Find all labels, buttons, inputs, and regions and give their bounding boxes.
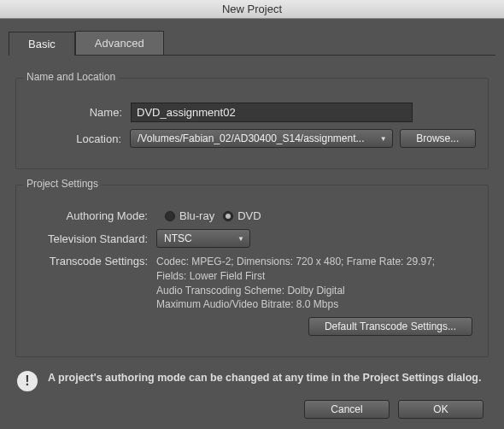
- tabs: Basic Advanced: [9, 31, 495, 56]
- transcode-line2: Fields: Lower Field First: [156, 269, 435, 284]
- transcode-settings-text: Codec: MPEG-2; Dimensions: 720 x 480; Fr…: [156, 255, 435, 312]
- authoring-mode-label: Authoring Mode:: [28, 209, 156, 222]
- group-project-settings: Project Settings Authoring Mode: Blu-ray…: [15, 185, 489, 357]
- tv-standard-value: NTSC: [164, 232, 192, 244]
- notice: ! A project's authoring mode can be chan…: [0, 357, 504, 391]
- dialog-body: Name and Location Name: Location: /Volum…: [0, 56, 504, 357]
- location-value: /Volumes/Fabian_02/AD30400_S14/assignmen…: [138, 132, 365, 144]
- notice-text: A project's authoring mode can be change…: [48, 371, 481, 386]
- transcode-label: Transcode Settings:: [28, 255, 156, 267]
- group-title-name-location: Name and Location: [23, 71, 119, 83]
- tv-standard-dropdown[interactable]: NTSC: [156, 229, 250, 248]
- name-input[interactable]: [131, 103, 413, 122]
- location-label: Location:: [28, 132, 130, 145]
- ok-button[interactable]: OK: [398, 400, 483, 419]
- cancel-button[interactable]: Cancel: [304, 400, 390, 419]
- transcode-line1: Codec: MPEG-2; Dimensions: 720 x 480; Fr…: [156, 255, 435, 269]
- radio-bluray[interactable]: [165, 211, 175, 221]
- transcode-line3: Audio Transcoding Scheme: Dolby Digital: [156, 284, 435, 298]
- footer: Cancel OK: [304, 400, 483, 419]
- radio-bluray-label: Blu-ray: [179, 209, 214, 222]
- group-name-location: Name and Location Name: Location: /Volum…: [15, 78, 489, 169]
- name-label: Name:: [28, 106, 131, 119]
- group-title-project-settings: Project Settings: [23, 178, 102, 190]
- radio-dvd[interactable]: [223, 211, 233, 221]
- tab-basic[interactable]: Basic: [9, 32, 75, 56]
- default-transcode-button[interactable]: Default Transcode Settings...: [308, 317, 472, 336]
- tab-advanced[interactable]: Advanced: [75, 31, 164, 55]
- titlebar: New Project: [0, 0, 504, 19]
- new-project-window: New Project Basic Advanced Name and Loca…: [0, 0, 504, 429]
- info-icon: !: [17, 371, 38, 391]
- radio-dvd-label: DVD: [237, 209, 261, 222]
- browse-button[interactable]: Browse...: [400, 129, 476, 148]
- location-dropdown[interactable]: /Volumes/Fabian_02/AD30400_S14/assignmen…: [130, 129, 393, 148]
- transcode-line4: Maximum Audio/Video Bitrate: 8.0 Mbps: [156, 297, 435, 312]
- window-title: New Project: [222, 3, 282, 15]
- tv-standard-label: Television Standard:: [28, 232, 156, 245]
